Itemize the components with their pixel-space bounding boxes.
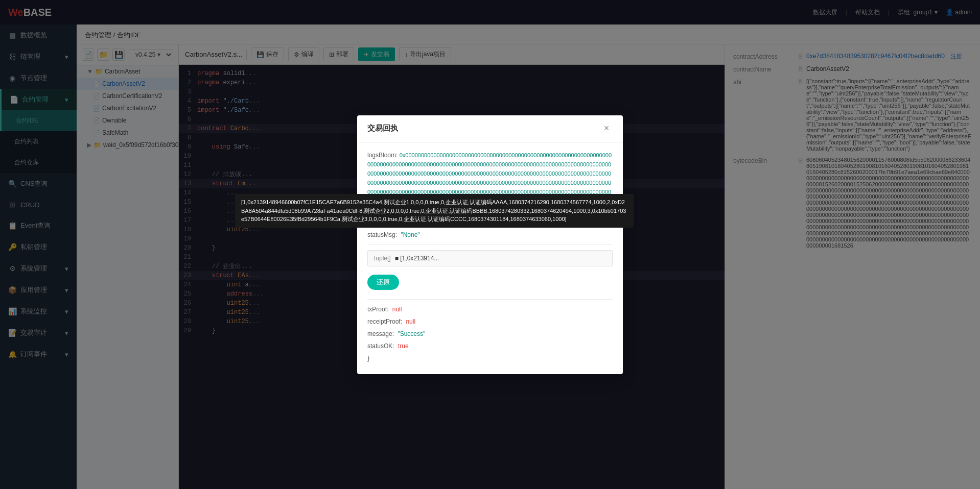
logs-bloom-value: 0x00000000000000000000000000000000000000… — [367, 152, 612, 213]
status-msg-value: "None" — [401, 231, 419, 238]
tuple-label: tuple[] — [374, 255, 391, 262]
restore-button[interactable]: 还原 — [367, 275, 399, 290]
message-value: "Success" — [398, 330, 425, 337]
closing-brace: } — [367, 355, 369, 362]
tuple-area: tuple[] ■ [1,0x213914... — [367, 250, 613, 266]
status-ok-value: true — [398, 343, 409, 350]
restore-row: 还原 — [367, 271, 613, 294]
tuple-value: ■ [1,0x213914... — [395, 255, 606, 262]
logs-bloom-row: logsBloom: 0x000000000000000000000000000… — [367, 151, 613, 215]
status-value: 0x0 — [389, 219, 399, 226]
modal-header: 交易回执 × — [357, 115, 623, 142]
status-msg-label: statusMsg: — [367, 231, 397, 238]
status-row: status: 0x0 — [367, 218, 613, 227]
receipt-proof-label: receiptProof: — [367, 318, 402, 325]
modal-close-button[interactable]: × — [600, 123, 613, 135]
tx-proof-row: txProof: null — [367, 305, 613, 314]
message-row: message: "Success" — [367, 329, 613, 338]
modal-body: logsBloom: 0x000000000000000000000000000… — [357, 142, 623, 374]
status-ok-row: statusOK: true — [367, 341, 613, 351]
status-label: status: — [367, 219, 385, 226]
tx-proof-value: null — [392, 306, 402, 313]
closing-brace-row: } — [367, 354, 613, 363]
tx-proof-label: txProof: — [367, 306, 388, 313]
divider-2 — [367, 299, 613, 300]
logs-bloom-label: logsBloom — [367, 152, 396, 159]
receipt-proof-value: null — [406, 318, 415, 325]
status-msg-row: statusMsg: "None" — [367, 230, 613, 239]
divider-1 — [367, 244, 613, 245]
tx-receipt-modal: 交易回执 × logsBloom: 0x00000000000000000000… — [357, 115, 623, 374]
modal-overlay[interactable]: [1,0x2139148946600b07fC1E15CAE7a6B9152e3… — [0, 0, 980, 489]
receipt-proof-row: receiptProof: null — [367, 317, 613, 326]
message-label: message: — [367, 330, 394, 337]
status-ok-label: statusOK: — [367, 343, 394, 350]
modal-title: 交易回执 — [367, 124, 600, 133]
